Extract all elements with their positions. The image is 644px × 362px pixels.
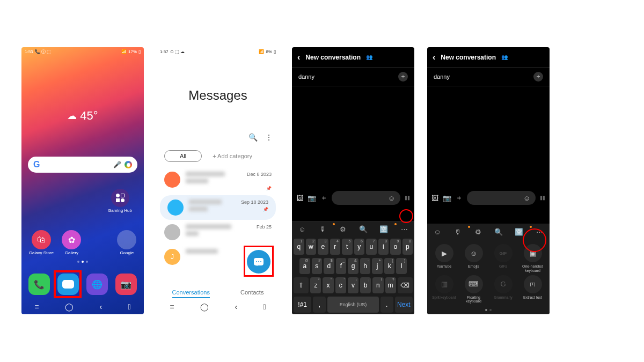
key-v[interactable]: v: — [348, 277, 358, 293]
key-r[interactable]: r4 — [330, 239, 341, 255]
tab-conversations[interactable]: Conversations — [172, 289, 210, 298]
translate-icon[interactable]: 🈳 — [378, 225, 389, 233]
contacts-icon[interactable]: 👥 — [501, 54, 508, 60]
internet-app[interactable]: 🌐 — [86, 274, 108, 295]
emoji-icon[interactable]: ☺ — [297, 225, 308, 233]
search-icon[interactable]: 🔍 — [493, 228, 504, 236]
key-s[interactable]: s# — [312, 258, 323, 274]
back-icon[interactable]: ‹ — [433, 53, 435, 62]
plus-icon[interactable]: ＋ — [456, 193, 463, 203]
key-g[interactable]: g& — [348, 258, 358, 274]
nav-home-icon[interactable]: ◯ — [200, 302, 209, 311]
more-tools-icon[interactable]: ⋯ — [534, 228, 545, 236]
recipient-row[interactable]: danny + — [427, 68, 550, 86]
google-search-bar[interactable]: G 🎤 — [28, 157, 137, 173]
more-tools-icon[interactable]: ⋯ — [399, 225, 409, 233]
tool-floating-keyboard[interactable]: ⌨Floating keyboard — [460, 275, 487, 304]
key-c[interactable]: c' — [335, 277, 346, 293]
key-h[interactable]: h- — [360, 258, 371, 274]
nav-back-icon[interactable]: ‹ — [99, 302, 102, 311]
key-q[interactable]: q1 — [294, 239, 304, 255]
nav-back-icon[interactable]: ‹ — [235, 302, 237, 311]
tool-extract-text[interactable]: [T]Extract text — [519, 275, 546, 304]
key-m[interactable]: m? — [385, 277, 396, 293]
key-d[interactable]: d$ — [324, 258, 334, 274]
key-b[interactable]: b; — [360, 277, 371, 293]
voice-input-icon[interactable]: 🎙 — [452, 228, 463, 236]
back-icon[interactable]: ‹ — [297, 53, 300, 62]
recipient-row[interactable]: danny + — [292, 68, 414, 86]
emoji-icon[interactable]: ☺ — [432, 228, 443, 236]
filter-all-pill[interactable]: All — [164, 150, 202, 162]
tool-one-handed-keyboard[interactable]: ▣One-handed keyboard — [519, 244, 546, 272]
space-key[interactable]: English (US) — [327, 297, 378, 313]
key-a[interactable]: a@ — [299, 258, 310, 274]
gallery-app[interactable]: ✿Gallery — [62, 230, 81, 255]
weather-widget[interactable]: ☁ 45° — [67, 109, 98, 123]
key-e[interactable]: e3 — [318, 239, 328, 255]
voice-input-icon[interactable]: 🎙 — [317, 225, 328, 233]
shift-key[interactable]: ⇧ — [294, 277, 309, 293]
tab-contacts[interactable]: Contacts — [240, 289, 264, 298]
status-time: 1:53 — [25, 49, 33, 54]
tool-emojis[interactable]: ☺Emojis — [460, 244, 487, 272]
key-z[interactable]: z* — [310, 277, 321, 293]
key-w[interactable]: w2 — [306, 239, 317, 255]
key-k[interactable]: k( — [384, 258, 395, 274]
conversation-item[interactable]: xx Feb 25 — [157, 220, 279, 245]
key-u[interactable]: u7 — [366, 239, 377, 255]
gallery-icon[interactable]: 🖼 — [296, 194, 303, 202]
nav-recents-icon[interactable]: ≡ — [34, 302, 39, 311]
conversation-item[interactable]: xx Dec 8 2023x📌 — [157, 167, 279, 195]
messages-app[interactable] — [57, 274, 79, 295]
plus-icon[interactable]: ＋ — [320, 193, 327, 203]
gallery-icon[interactable]: 🖼 — [431, 194, 438, 202]
mic-icon[interactable]: 🎤 — [113, 161, 121, 168]
translate-icon[interactable]: 🈳 — [514, 228, 524, 236]
backspace-key[interactable]: ⌫ — [398, 277, 413, 293]
settings-icon[interactable]: ⚙ — [338, 225, 348, 233]
camera-icon[interactable]: 📷 — [443, 194, 451, 202]
voice-wave-icon[interactable]: ⦀⦀ — [540, 194, 545, 202]
period-key[interactable]: . — [380, 297, 393, 313]
symbols-key[interactable]: !#1 — [294, 297, 311, 313]
search-icon[interactable]: 🔍 — [248, 133, 258, 142]
emoji-icon[interactable]: ☺ — [388, 194, 395, 202]
settings-icon[interactable]: ⚙ — [473, 228, 484, 236]
conversation-item[interactable]: xx Sep 18 2023📌 — [160, 195, 276, 220]
emoji-icon[interactable]: ☺ — [523, 194, 530, 202]
nav-home-icon[interactable]: ◯ — [65, 302, 74, 311]
message-input[interactable]: ☺ — [332, 191, 400, 205]
message-input[interactable]: ☺ — [467, 191, 536, 205]
gaming-hub-app[interactable]: Gaming Hub — [108, 189, 132, 213]
google-folder[interactable]: Google — [117, 230, 136, 255]
contacts-icon[interactable]: 👥 — [366, 54, 372, 60]
tool-youtube[interactable]: ▶YouTube — [430, 244, 458, 272]
google-lens-icon[interactable] — [125, 161, 132, 168]
key-t[interactable]: t5 — [342, 239, 353, 255]
voice-wave-icon[interactable]: ⦀⦀ — [405, 194, 410, 202]
key-j[interactable]: j+ — [372, 258, 383, 274]
next-key[interactable]: Next — [395, 297, 413, 313]
key-l[interactable]: l) — [396, 258, 407, 274]
key-p[interactable]: p0 — [402, 239, 413, 255]
camera-app[interactable]: 📷 — [115, 274, 137, 295]
galaxy-store-app[interactable]: 🛍Galaxy Store — [29, 230, 54, 255]
add-recipient-icon[interactable]: + — [533, 72, 543, 82]
key-i[interactable]: i8 — [378, 239, 389, 255]
key-n[interactable]: n! — [372, 277, 383, 293]
key-f[interactable]: f_ — [336, 258, 347, 274]
nav-accessibility-icon[interactable]: 𖠋 — [128, 302, 131, 311]
add-recipient-icon[interactable]: + — [398, 72, 408, 82]
comma-key[interactable]: , — [313, 297, 326, 313]
phone-app[interactable]: 📞 — [28, 274, 50, 295]
key-x[interactable]: x" — [323, 277, 333, 293]
add-category[interactable]: + Add category — [213, 153, 252, 159]
camera-icon[interactable]: 📷 — [308, 194, 316, 202]
search-icon[interactable]: 🔍 — [358, 225, 369, 233]
more-icon[interactable]: ⋮ — [265, 133, 273, 142]
nav-accessibility-icon[interactable]: 𖠋 — [264, 302, 266, 311]
nav-recents-icon[interactable]: ≡ — [170, 302, 174, 311]
key-y[interactable]: y6 — [354, 239, 365, 255]
key-o[interactable]: o9 — [390, 239, 401, 255]
